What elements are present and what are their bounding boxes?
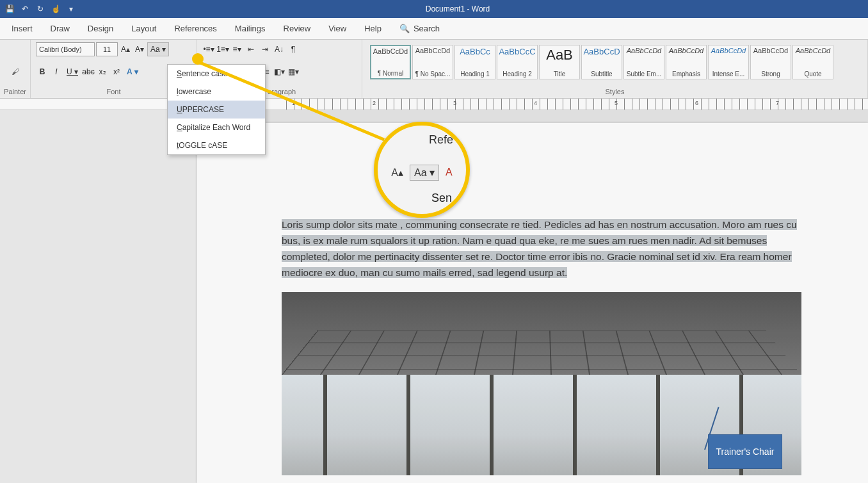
ribbon: 🖌 Painter Calibri (Body) 11 A▴ A▾ Aa ▾ B… [0,40,868,99]
change-case-menu: Sentence case.lowercaseUPPERCASECapitali… [167,64,266,155]
touch-mode-icon[interactable]: ☝ [50,3,61,15]
document-page[interactable]: Loris sump dolor sits mate , communing c… [197,123,868,483]
selected-text[interactable]: Loris sump dolor sits mate , communing c… [282,219,797,278]
body-text[interactable]: Loris sump dolor sits mate , communing c… [197,217,799,281]
borders-button[interactable]: ▦▾ [287,65,300,79]
style--no-spac-[interactable]: AaBbCcDd¶ No Spac... [412,45,453,79]
lens-change-case-icon: Aa ▾ [410,165,439,181]
tab-references[interactable]: References [174,24,216,33]
shading-button[interactable]: ◧▾ [273,65,285,79]
redo-icon[interactable]: ↻ [35,3,46,15]
annotation-dot [192,53,204,65]
style-heading-2[interactable]: AaBbCcCHeading 2 [497,45,538,79]
case-option-0[interactable]: Sentence case. [168,65,265,83]
tab-mailings[interactable]: Mailings [235,24,266,33]
style-quote[interactable]: AaBbCcDdQuote [792,45,833,79]
case-option-1[interactable]: lowercase [168,83,265,101]
tab-review[interactable]: Review [284,24,311,33]
change-case-button[interactable]: Aa ▾ [147,42,169,56]
styles-group-label: Styles [367,86,862,97]
window-title: Document1 - Word [77,4,839,13]
style-subtitle[interactable]: AaBbCcDSubtitle [581,45,622,79]
style-emphasis[interactable]: AaBbCcDdEmphasis [666,45,707,79]
font-size-combo[interactable]: 11 [96,42,118,56]
bold-button[interactable]: B [36,65,49,79]
case-option-4[interactable]: tOGGLE cASE [168,136,265,154]
numbering-button[interactable]: 1≡▾ [216,42,229,56]
save-icon[interactable]: 💾 [4,3,15,15]
style-intense-e-[interactable]: AaBbCcDdIntense E... [708,45,749,79]
callout-box[interactable]: Trainer's Chair [708,434,782,469]
ribbon-tabs: Insert Draw Design Layout References Mai… [0,18,868,40]
annotation-magnifier: Refe A▴ Aa ▾ A Sen [374,122,470,218]
tell-me-search[interactable]: 🔍 Search [399,24,440,33]
style-heading-1[interactable]: AaBbCcHeading 1 [454,45,495,79]
styles-group: AaBbCcDd¶ NormalAaBbCcDd¶ No Spac...AaBb… [362,40,868,98]
search-icon: 🔍 [399,24,410,33]
tab-insert[interactable]: Insert [12,24,33,33]
clipboard-group: 🖌 Painter [0,40,31,98]
title-bar: 💾 ↶ ↻ ☝ ▾ Document1 - Word [0,0,868,18]
superscript-button[interactable]: x² [110,65,123,79]
font-name-combo[interactable]: Calibri (Body) [36,42,95,56]
multilevel-button[interactable]: ≡▾ [230,42,243,56]
italic-button[interactable]: I [50,65,63,79]
text-effects-button[interactable]: A ▾ [124,65,141,79]
show-marks-button[interactable]: ¶ [287,42,300,56]
tab-help[interactable]: Help [364,24,382,33]
inline-image[interactable]: Trainer's Chair [282,292,801,475]
strikethrough-button[interactable]: abc [82,65,95,79]
style--normal[interactable]: AaBbCcDd¶ Normal [370,45,411,79]
left-gutter [0,110,197,483]
horizontal-ruler[interactable]: 1234567 [0,99,868,110]
shrink-font-button[interactable]: A▾ [133,42,146,56]
subscript-button[interactable]: x₂ [96,65,109,79]
lens-text-top: Refe [429,133,453,147]
case-option-3[interactable]: Capitalize Each Word [168,119,265,136]
lens-grow-icon: A▴ [389,165,406,180]
quick-access-toolbar: 💾 ↶ ↻ ☝ ▾ [4,3,77,15]
qat-more-icon[interactable]: ▾ [65,3,77,15]
grow-font-button[interactable]: A▴ [119,42,132,56]
lens-clear-format-icon: A [443,165,455,179]
decrease-indent-button[interactable]: ⇤ [245,42,257,56]
case-option-2[interactable]: UPPERCASE [168,101,265,119]
tab-layout[interactable]: Layout [131,24,156,33]
styles-gallery[interactable]: AaBbCcDd¶ NormalAaBbCcDd¶ No Spac...AaBb… [367,42,862,79]
tab-design[interactable]: Design [88,24,113,33]
style-strong[interactable]: AaBbCcDdStrong [750,45,791,79]
style-subtle-em-[interactable]: AaBbCcDdSubtle Em... [623,45,664,79]
tab-view[interactable]: View [328,24,346,33]
bullets-button[interactable]: •≡▾ [202,42,215,56]
sort-button[interactable]: A↓ [273,42,285,56]
lens-text-bottom: Sen [431,192,452,205]
format-painter-icon[interactable]: 🖌 [12,56,19,88]
increase-indent-button[interactable]: ⇥ [259,42,271,56]
style-title[interactable]: AaBTitle [539,45,580,79]
underline-button[interactable]: U ▾ [64,65,81,79]
undo-icon[interactable]: ↶ [19,3,31,15]
tab-draw[interactable]: Draw [51,24,70,33]
